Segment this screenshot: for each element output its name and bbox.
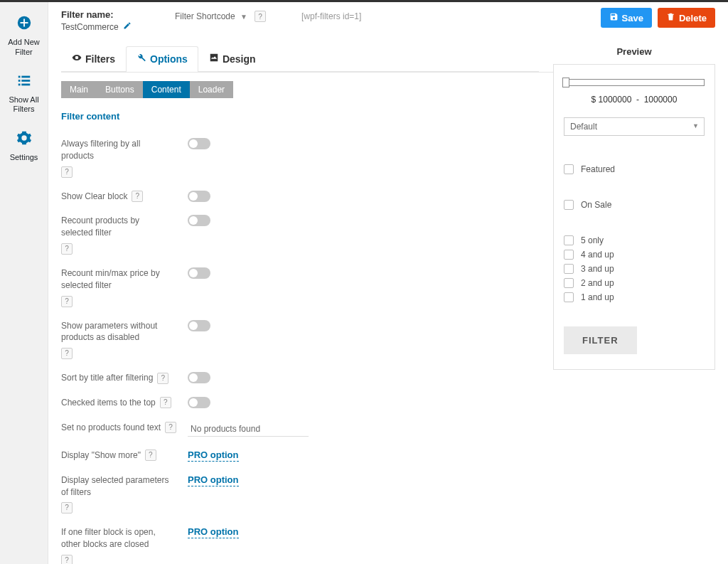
help-icon[interactable]: ? [160, 397, 171, 408]
checkbox-rating-2[interactable] [564, 278, 574, 288]
pro-option-link[interactable]: PRO option [188, 474, 239, 486]
checkbox-label: 5 only [581, 235, 604, 245]
image-icon [209, 53, 219, 65]
help-icon[interactable]: ? [165, 422, 176, 433]
subtab-content[interactable]: Content [143, 81, 190, 98]
help-icon[interactable]: ? [255, 11, 266, 22]
toggle-params-disabled[interactable] [188, 320, 210, 331]
preview-box: $ 1000000 - 1000000 Default Featured On … [553, 64, 715, 370]
svg-rect-3 [18, 75, 20, 78]
toggle-recount-products[interactable] [188, 215, 210, 226]
price-range-slider[interactable] [564, 79, 705, 86]
checkbox-label: On Sale [581, 200, 611, 210]
opt-label: Recount min/max price by selected filter [61, 267, 169, 292]
toggle-always-all[interactable] [188, 138, 210, 149]
plus-circle-icon [3, 15, 45, 35]
shortcode-dropdown[interactable]: Filter Shortcode ▼ [175, 11, 247, 21]
sub-tabs: Main Buttons Content Loader [61, 81, 539, 98]
filter-name-label: Filter name: [61, 9, 168, 20]
section-title: Filter content [61, 111, 539, 122]
sidebar-item-label: Show All Filters [9, 95, 38, 113]
opt-label: Display selected parameters of filters [61, 474, 169, 499]
help-icon[interactable]: ? [61, 243, 73, 255]
opt-label: Show Clear block [61, 191, 127, 203]
svg-rect-2 [20, 22, 28, 23]
toggle-show-clear[interactable] [188, 191, 210, 202]
tab-design[interactable]: Design [198, 46, 267, 72]
svg-rect-6 [21, 80, 30, 82]
checkbox-label: 4 and up [581, 250, 614, 260]
sidebar-item-label: Add New Filter [8, 38, 40, 55]
shortcode-value: [wpf-filters id=1] [301, 11, 361, 21]
help-icon[interactable]: ? [157, 373, 168, 384]
sidebar-item-label: Settings [10, 153, 38, 161]
svg-rect-4 [21, 75, 30, 78]
opt-label: Set no products found text [61, 422, 161, 434]
tab-filters[interactable]: Filters [61, 46, 126, 72]
main-tabs: Filters Options Design [61, 46, 539, 72]
checkbox-on-sale[interactable] [564, 200, 574, 210]
save-icon [609, 12, 619, 23]
checkbox-label: Featured [581, 164, 615, 174]
subtab-loader[interactable]: Loader [190, 81, 233, 98]
checkbox-rating-4[interactable] [564, 250, 574, 260]
sidebar-add-new-filter[interactable]: Add New Filter [0, 8, 48, 65]
help-icon[interactable]: ? [132, 191, 143, 202]
preview-title: Preview [553, 46, 715, 64]
opt-label: Always filtering by all products [61, 138, 169, 162]
opt-label: Show parameters without products as disa… [61, 320, 169, 344]
opt-label: Display "Show more" [61, 449, 141, 462]
eye-icon [72, 53, 82, 65]
main-panel: Filter name: TestCommerce Filter Shortco… [48, 2, 728, 564]
svg-rect-8 [21, 83, 30, 85]
checkbox-label: 1 and up [581, 292, 614, 302]
range-values: $ 1000000 - 1000000 [564, 95, 705, 105]
help-icon[interactable]: ? [61, 502, 73, 514]
options-column: Filters Options Design [48, 36, 553, 564]
tab-options[interactable]: Options [126, 46, 198, 72]
pro-option-link[interactable]: PRO option [188, 449, 239, 462]
opt-label: Checked items to the top [61, 397, 156, 409]
no-products-input[interactable] [188, 422, 309, 437]
filter-name-value: TestCommerce [61, 22, 119, 32]
checkbox-rating-5[interactable] [564, 235, 574, 245]
subtab-main[interactable]: Main [61, 81, 97, 98]
preview-select-default[interactable]: Default [564, 117, 705, 136]
range-handle-low[interactable] [562, 78, 569, 87]
help-icon[interactable]: ? [61, 166, 73, 178]
svg-rect-5 [18, 80, 20, 82]
sidebar: Add New Filter Show All Filters Settings [0, 2, 48, 564]
delete-button[interactable]: Delete [658, 8, 715, 28]
opt-label: If one filter block is open, other block… [61, 526, 169, 550]
help-icon[interactable]: ? [61, 296, 73, 307]
checkbox-rating-1[interactable] [564, 292, 574, 302]
toggle-recount-minmax[interactable] [188, 267, 210, 279]
trash-icon [666, 12, 675, 23]
checkbox-rating-3[interactable] [564, 264, 574, 274]
pro-option-link[interactable]: PRO option [188, 526, 239, 538]
gear-icon [3, 130, 45, 150]
save-button[interactable]: Save [601, 8, 652, 28]
help-icon[interactable]: ? [61, 348, 73, 359]
help-icon[interactable]: ? [145, 449, 156, 461]
top-bar: Filter name: TestCommerce Filter Shortco… [48, 2, 728, 36]
checkbox-label: 2 and up [581, 278, 614, 288]
toggle-sort-title[interactable] [188, 372, 210, 383]
list-icon [3, 73, 45, 92]
sidebar-show-all-filters[interactable]: Show All Filters [0, 65, 48, 123]
svg-rect-7 [18, 83, 20, 85]
filter-button[interactable]: FILTER [564, 326, 637, 354]
opt-label: Sort by title after filtering [61, 372, 153, 384]
opt-label: Recount products by selected filter [61, 215, 169, 239]
help-icon[interactable]: ? [61, 555, 73, 564]
toggle-checked-top[interactable] [188, 397, 210, 408]
pencil-icon[interactable] [123, 21, 132, 32]
checkbox-label: 3 and up [581, 264, 614, 274]
sidebar-settings[interactable]: Settings [0, 123, 48, 171]
preview-column: Preview $ 1000000 - 1000000 Default Feat… [553, 46, 715, 564]
chevron-down-icon: ▼ [240, 13, 247, 21]
wrench-icon [136, 53, 146, 65]
subtab-buttons[interactable]: Buttons [97, 81, 143, 98]
checkbox-featured[interactable] [564, 164, 574, 174]
